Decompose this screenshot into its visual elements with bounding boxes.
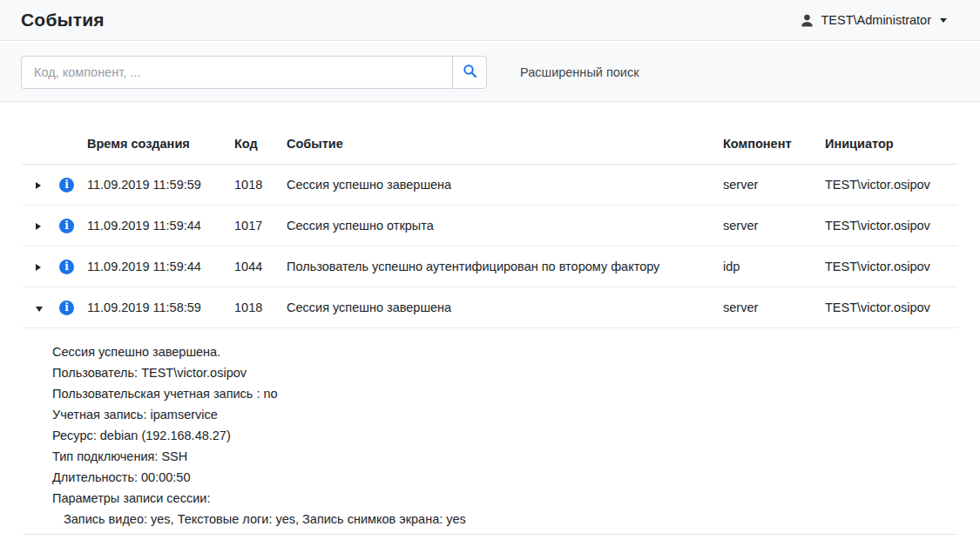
triangle-right-icon[interactable] — [36, 264, 41, 271]
info-circle-icon[interactable] — [59, 300, 74, 315]
cell-event: Сессия успешно завершена — [278, 178, 714, 192]
person-icon — [800, 13, 814, 28]
cell-initiator: TEST\victor.osipov — [816, 260, 957, 273]
search-button[interactable] — [452, 56, 487, 89]
cell-code: 1017 — [226, 219, 278, 233]
cell-event: Сессия успешно завершена — [278, 300, 714, 314]
table-row[interactable]: 11.09.2019 11:59:44 1044 Пользователь ус… — [23, 246, 957, 287]
cell-time: 11.09.2019 11:58:59 — [78, 300, 226, 314]
cell-component: idp — [714, 260, 816, 273]
cell-code: 1018 — [226, 300, 278, 314]
cell-event: Сессия успешно открыта — [278, 219, 714, 233]
cell-event: Пользователь успешно аутентифицирован по… — [278, 260, 714, 273]
col-header-code: Код — [226, 137, 278, 151]
table-row-expanded[interactable]: 11.09.2019 11:58:59 1018 Сессия успешно … — [23, 287, 957, 328]
cell-component: server — [714, 178, 816, 192]
detail-line: Тип подключения: SSH — [52, 446, 957, 467]
advanced-search-link[interactable]: Расширенный поиск — [520, 65, 639, 79]
search-panel: Расширенный поиск — [0, 44, 980, 102]
search-input-group — [21, 56, 487, 89]
detail-line: Учетная запись: ipamservice — [52, 404, 957, 425]
cell-code: 1018 — [226, 178, 278, 192]
detail-line: Сессия успешно завершена. — [52, 341, 957, 362]
info-circle-icon[interactable] — [59, 219, 74, 233]
detail-line: Пользовательская учетная запись : no — [52, 383, 957, 404]
detail-line: Пользователь: TEST\victor.osipov — [52, 362, 957, 383]
col-header-component: Компонент — [714, 137, 816, 151]
detail-line: Длительность: 00:00:50 — [52, 467, 957, 488]
cell-component: server — [714, 219, 816, 233]
triangle-right-icon[interactable] — [36, 223, 41, 230]
detail-line: Ресурс: debian (192.168.48.27) — [52, 425, 957, 446]
page-header: События TEST\Administrator — [0, 0, 980, 41]
cell-initiator: TEST\victor.osipov — [816, 300, 957, 314]
cell-component: server — [714, 300, 816, 314]
triangle-right-icon[interactable] — [36, 182, 41, 189]
cell-initiator: TEST\victor.osipov — [816, 178, 957, 192]
col-header-time: Время создания — [78, 137, 226, 151]
cell-time: 11.09.2019 11:59:44 — [78, 260, 226, 273]
detail-line: Параметры записи сессии: — [52, 488, 957, 509]
user-menu[interactable]: TEST\Administrator — [800, 13, 948, 28]
cell-time: 11.09.2019 11:59:44 — [78, 219, 226, 233]
page-title: События — [21, 10, 105, 30]
cell-time: 11.09.2019 11:59:59 — [78, 178, 226, 192]
events-table: Время создания Код Событие Компонент Ини… — [0, 123, 980, 535]
search-icon — [463, 64, 477, 81]
chevron-down-icon — [940, 18, 947, 23]
search-input[interactable] — [21, 56, 452, 89]
detail-line: Запись видео: yes, Текстовые логи: yes, … — [52, 509, 957, 530]
info-circle-icon[interactable] — [59, 178, 74, 192]
cell-code: 1044 — [226, 260, 278, 273]
table-row[interactable]: 11.09.2019 11:59:44 1017 Сессия успешно … — [23, 206, 957, 246]
table-header-row: Время создания Код Событие Компонент Ини… — [23, 123, 957, 165]
cell-initiator: TEST\victor.osipov — [816, 219, 957, 233]
col-header-event: Событие — [278, 137, 714, 151]
event-details: Сессия успешно завершена. Пользователь: … — [23, 328, 957, 535]
info-circle-icon[interactable] — [59, 260, 74, 274]
triangle-down-icon[interactable] — [36, 307, 43, 312]
col-header-initiator: Инициатор — [816, 137, 957, 151]
table-row[interactable]: 11.09.2019 11:59:59 1018 Сессия успешно … — [23, 165, 957, 206]
user-name: TEST\Administrator — [821, 13, 932, 27]
